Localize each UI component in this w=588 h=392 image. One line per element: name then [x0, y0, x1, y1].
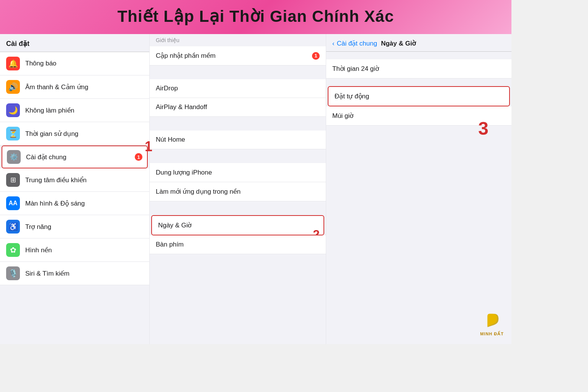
general-item-refresh[interactable]: Làm mới ứng dụng trong nền — [150, 182, 326, 201]
dt-item-24h[interactable]: Thời gian 24 giờ — [326, 59, 511, 78]
settings-item-sounds[interactable]: 🔊 Âm thanh & Cảm ứng — [0, 75, 149, 99]
settings-item-notifications[interactable]: 🔔 Thông báo — [0, 52, 149, 75]
datetime-section: Thời gian 24 giờ Đặt tự động Múi giờ 3 — [326, 59, 511, 126]
page-header: Thiết Lập Lại Thời Gian Chính Xác — [0, 0, 511, 34]
general-item-storage[interactable]: Dung lượng iPhone — [150, 163, 326, 182]
siri-icon: 🎙️ — [6, 266, 20, 280]
general-item-keyboard[interactable]: Bàn phím — [150, 235, 326, 254]
panel3-title: Ngày & Giờ — [381, 39, 416, 47]
general-item-home[interactable]: Nút Home — [150, 131, 326, 149]
wallpaper-label: Hình nền — [25, 246, 143, 254]
software-badge: 1 — [312, 52, 320, 60]
settings-item-general[interactable]: ⚙️ Cài đặt chung 1 1 — [2, 145, 148, 168]
general-item-software[interactable]: Cập nhật phần mềm 1 — [150, 46, 326, 65]
dnd-label: Không làm phiền — [25, 106, 143, 114]
settings-item-control[interactable]: ⊞ Trung tâm điều khiển — [0, 168, 149, 192]
general-item-airdrop[interactable]: AirDrop — [150, 79, 326, 98]
general-badge: 1 — [135, 153, 142, 161]
general-icon: ⚙️ — [7, 150, 21, 164]
dnd-icon: 🌙 — [6, 103, 20, 117]
panel2-partial-header: Giới thiệu — [150, 34, 326, 46]
panel-general: Giới thiệu Cập nhật phần mềm 1 AirDrop A… — [150, 34, 326, 344]
display-label: Màn hình & Độ sáng — [25, 199, 143, 207]
control-icon: ⊞ — [6, 173, 20, 187]
spacer-1 — [150, 65, 326, 79]
settings-item-screen-time[interactable]: ⏳ Thời gian sử dụng — [0, 122, 149, 145]
spacer-4 — [150, 201, 326, 215]
general-item-airplay[interactable]: AirPlay & Handoff — [150, 98, 326, 117]
dt-item-auto[interactable]: Đặt tự động — [328, 86, 510, 106]
screen-time-icon: ⏳ — [6, 127, 20, 140]
panel-datetime: ‹ Cài đặt chung Ngày & Giờ Thời gian 24 … — [326, 34, 511, 344]
panel-settings: Cài đặt 🔔 Thông báo 🔊 Âm thanh & Cảm ứng… — [0, 34, 149, 344]
settings-item-wallpaper[interactable]: ✿ Hình nền — [0, 238, 149, 262]
siri-label: Siri & Tìm kiếm — [25, 270, 143, 278]
logo-icon — [484, 312, 500, 332]
panel1-header: Cài đặt — [0, 34, 149, 52]
panels-container: Cài đặt 🔔 Thông báo 🔊 Âm thanh & Cảm ứng… — [0, 34, 511, 344]
settings-item-siri[interactable]: 🎙️ Siri & Tìm kiếm — [0, 262, 149, 285]
wallpaper-icon: ✿ — [6, 243, 20, 257]
settings-item-accessibility[interactable]: ♿ Trợ năng — [0, 215, 149, 238]
general-item-datetime[interactable]: Ngày & Giờ 2 — [151, 215, 324, 235]
spacer-3 — [150, 149, 326, 163]
screen-time-label: Thời gian sử dụng — [25, 130, 143, 138]
step-3-number: 3 — [478, 118, 488, 139]
control-label: Trung tâm điều khiển — [25, 176, 143, 184]
settings-item-display[interactable]: AA Màn hình & Độ sáng — [0, 192, 149, 215]
page-title: Thiết Lập Lại Thời Gian Chính Xác — [8, 7, 504, 26]
sounds-icon: 🔊 — [6, 80, 20, 94]
accessibility-label: Trợ năng — [25, 223, 143, 231]
dt-spacer-1 — [326, 78, 511, 86]
spacer-2 — [150, 117, 326, 131]
notifications-icon: 🔔 — [6, 57, 20, 70]
settings-item-dnd[interactable]: 🌙 Không làm phiền — [0, 99, 149, 122]
panel3-header: ‹ Cài đặt chung Ngày & Giờ — [326, 34, 511, 52]
logo-text: MINH ĐẤT — [480, 332, 504, 336]
notifications-label: Thông báo — [25, 60, 143, 67]
logo-area: MINH ĐẤT — [480, 312, 504, 336]
back-arrow-icon: ‹ — [332, 40, 335, 47]
general-label: Cài đặt chung — [26, 153, 129, 161]
back-link[interactable]: Cài đặt chung — [337, 39, 377, 47]
sounds-label: Âm thanh & Cảm ứng — [25, 83, 143, 91]
accessibility-icon: ♿ — [6, 220, 20, 234]
display-icon: AA — [6, 196, 20, 210]
dt-item-timezone[interactable]: Múi giờ 3 — [326, 106, 511, 126]
